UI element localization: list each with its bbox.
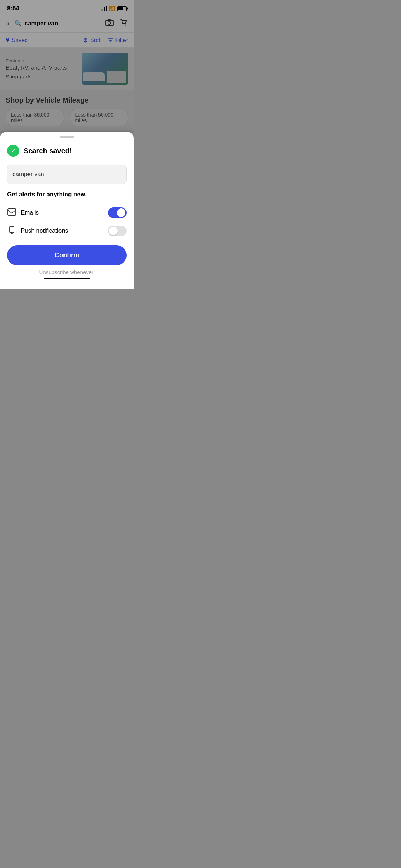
sheet-handle[interactable] (60, 136, 74, 138)
subheader-actions: Sort Filter (83, 37, 128, 43)
featured-text: Featured Boat, RV, and ATV parts Shop pa… (6, 58, 77, 79)
alerts-label: Get alerts for anything new. (7, 191, 127, 198)
svg-point-3 (125, 24, 126, 25)
featured-image (82, 53, 128, 85)
emails-toggle[interactable] (108, 207, 127, 218)
push-toggle[interactable] (108, 226, 127, 236)
mileage-options: Less than 36,000 miles Less than 50,000 … (6, 109, 128, 126)
push-icon (7, 226, 16, 236)
status-icons: 📶 (101, 6, 127, 11)
shop-parts-link[interactable]: Shop parts › (6, 73, 77, 79)
svg-rect-7 (8, 209, 16, 215)
wifi-icon: 📶 (109, 6, 115, 11)
checkmark-icon: ✓ (11, 147, 16, 155)
confirm-button[interactable]: Confirm (7, 245, 127, 265)
svg-point-1 (108, 21, 111, 24)
saved-button[interactable]: ♥ Saved (6, 36, 28, 44)
emails-label: Emails (21, 209, 104, 216)
sort-label: Sort (90, 37, 101, 43)
featured-banner: Featured Boat, RV, and ATV parts Shop pa… (0, 48, 134, 90)
shop-parts-arrow: › (33, 73, 35, 79)
shop-by-title: Shop by Vehicle Mileage (6, 96, 128, 104)
search-query[interactable]: camper van (25, 20, 58, 27)
camera-icon[interactable] (105, 19, 114, 29)
status-time: 8:54 (7, 5, 19, 12)
featured-title: Boat, RV, and ATV parts (6, 65, 77, 71)
svg-rect-0 (106, 20, 113, 26)
saved-label: Saved (12, 37, 28, 43)
sheet-title: Search saved! (24, 147, 72, 155)
push-row: Push notifications (7, 222, 127, 240)
filter-button[interactable]: Filter (108, 37, 128, 43)
heart-icon: ♥ (6, 36, 10, 44)
cart-icon[interactable] (119, 18, 128, 29)
shop-by-mileage: Shop by Vehicle Mileage Less than 36,000… (0, 90, 134, 131)
status-bar: 8:54 📶 (0, 0, 134, 14)
search-saved-input[interactable] (7, 165, 127, 184)
svg-rect-8 (10, 226, 14, 233)
unsubscribe-text: Unsubscribe whenever. (7, 269, 127, 275)
home-indicator (44, 278, 90, 279)
emails-row: Emails (7, 204, 127, 222)
signal-icon (101, 6, 107, 11)
header-actions (105, 18, 128, 29)
battery-icon (117, 6, 127, 11)
subheader: ♥ Saved Sort Filter (0, 33, 134, 48)
sheet-header: ✓ Search saved! (7, 145, 127, 157)
svg-point-2 (123, 24, 124, 25)
search-bar: 🔍 camper van (15, 20, 102, 27)
bottom-sheet: ✓ Search saved! Get alerts for anything … (0, 132, 134, 289)
push-label: Push notifications (21, 227, 104, 234)
header: ‹ 🔍 camper van (0, 14, 134, 33)
search-icon: 🔍 (15, 20, 22, 27)
success-icon: ✓ (7, 145, 19, 157)
featured-label: Featured (6, 58, 77, 63)
shop-parts-text: Shop parts (6, 73, 32, 79)
email-icon (7, 208, 16, 217)
mileage-option-2[interactable]: Less than 50,000 miles (70, 109, 128, 126)
mileage-option-1[interactable]: Less than 36,000 miles (6, 109, 64, 126)
back-button[interactable]: ‹ (6, 18, 11, 29)
sort-button[interactable]: Sort (83, 37, 101, 43)
filter-label: Filter (115, 37, 128, 43)
